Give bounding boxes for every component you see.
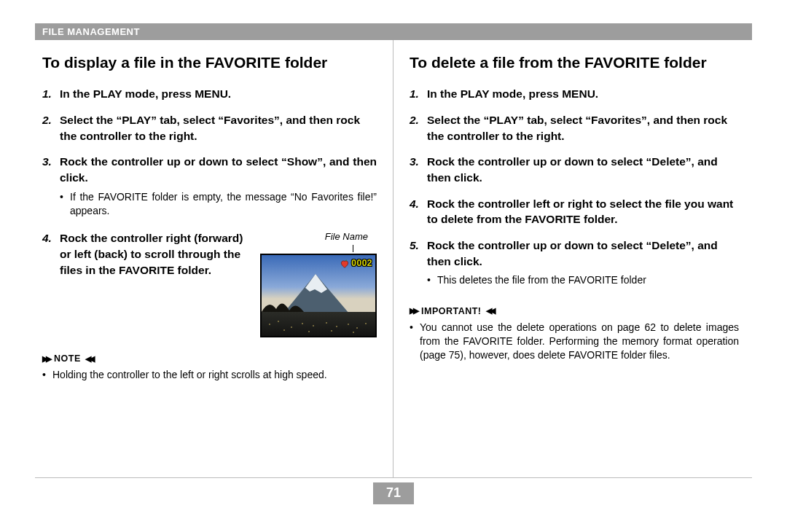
manual-page: File Management To display a file in the… [0,0,787,532]
step-number: 3. [42,154,60,220]
svg-rect-12 [356,327,358,329]
step-note-text: This deletes the file from the FAVORITE … [437,273,646,287]
step-note-text: If the FAVORITE folder is empty, the mes… [70,190,377,219]
content-columns: To display a file in the FAVORITE folder… [35,40,752,478]
step-text: Rock the controller right (forward) or l… [60,232,243,275]
page-number-wrap: 71 [35,482,752,504]
svg-rect-4 [269,324,270,325]
svg-rect-13 [365,323,367,324]
bullet-icon: • [42,368,52,382]
right-step-2: 2. Select the “PLAY” tab, select “Favori… [410,112,739,144]
step-text: Rock the controller up or down to select… [60,154,377,185]
step-text: In the PLAY mode, press MENU. [60,86,377,102]
step-number: 4. [42,230,60,337]
important-body: • You cannot use the delete operations o… [410,321,739,363]
svg-rect-14 [283,329,285,331]
svg-rect-9 [326,322,327,324]
step-number: 4. [410,196,427,227]
step-text: Select the “PLAY” tab, select “Favorites… [427,112,739,144]
step-note: • If the FAVORITE folder is empty, the m… [60,190,377,219]
important-header: ▶▶ Important! ◀◀ [410,306,739,316]
svg-rect-8 [313,325,314,326]
svg-rect-3 [262,312,375,336]
favorite-heart-icon [340,259,350,269]
image-caption: File Name [260,230,377,243]
important-text: You cannot use the delete operations on … [420,321,739,363]
step-text: Rock the controller left or right to sel… [427,196,739,227]
step-number: 1. [42,86,60,102]
svg-rect-16 [331,330,332,332]
svg-rect-7 [302,323,303,324]
left-step-1: 1. In the PLAY mode, press MENU. [42,86,377,102]
important-label: Important! [417,306,486,316]
step-number: 2. [410,112,427,144]
step-note: • This deletes the file from the FAVORIT… [427,273,739,287]
bullet-icon: • [410,321,420,363]
left-step-3: 3. Rock the controller up or down to sel… [42,154,377,220]
svg-rect-6 [291,326,292,328]
svg-rect-15 [308,331,310,332]
photo-overlay: 0002 [340,257,372,270]
caption-pointer [260,245,377,252]
step-number: 5. [410,238,427,290]
left-step-2: 2. Select the “PLAY” tab, select “Favori… [42,112,377,144]
svg-rect-5 [278,321,279,322]
left-step-4: 4. Rock the controller right (forward) o… [42,230,377,337]
file-name-illustration: File Name [260,230,377,337]
step-text: Rock the controller up or down to select… [427,238,739,269]
right-title: To delete a file from the FAVORITE folde… [410,53,739,71]
left-steps: 1. In the PLAY mode, press MENU. 2. Sele… [42,86,377,337]
left-column: To display a file in the FAVORITE folder… [35,40,394,477]
triangle-left-icon: ◀◀ [486,306,493,316]
sample-photo: 0002 [260,254,377,337]
svg-rect-11 [348,324,349,325]
note-body: • Holding the controller to the left or … [42,368,377,382]
step-number: 2. [42,112,60,144]
right-step-4: 4. Rock the controller left or right to … [410,196,739,227]
step-text: Select the “PLAY” tab, select “Favorites… [60,112,377,144]
triangle-right-icon: ▶▶ [42,354,50,364]
overlay-filename: 0002 [351,257,372,270]
step-number: 1. [410,86,427,102]
note-text: Holding the controller to the left or ri… [52,368,327,382]
step-text: Rock the controller up or down to select… [427,154,739,185]
step-number: 3. [410,154,427,185]
right-step-1: 1. In the PLAY mode, press MENU. [410,86,739,102]
bullet-icon: • [60,190,70,219]
svg-rect-10 [336,326,337,327]
left-title: To display a file in the FAVORITE folder [42,53,377,71]
page-number: 71 [373,482,414,504]
svg-rect-17 [353,332,354,333]
right-column: To delete a file from the FAVORITE folde… [394,40,752,477]
section-header: File Management [35,23,752,40]
bullet-icon: • [427,273,437,287]
triangle-right-icon: ▶▶ [410,306,417,316]
triangle-left-icon: ◀◀ [85,354,93,364]
note-header: ▶▶ Note ◀◀ [42,353,377,364]
right-steps: 1. In the PLAY mode, press MENU. 2. Sele… [410,86,739,290]
note-label: Note [50,353,85,364]
right-step-5: 5. Rock the controller up or down to sel… [410,238,739,290]
step-text: In the PLAY mode, press MENU. [427,86,739,102]
right-step-3: 3. Rock the controller up or down to sel… [410,154,739,185]
